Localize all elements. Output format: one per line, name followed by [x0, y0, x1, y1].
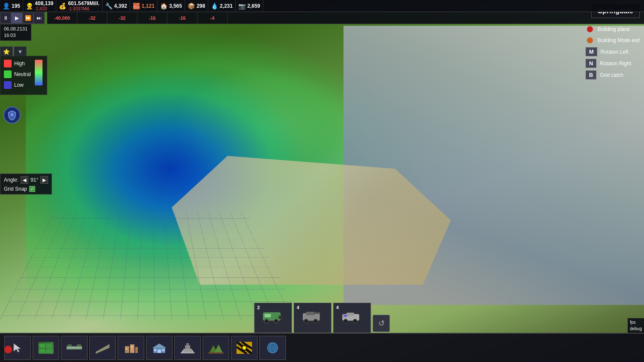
svg-rect-26 — [135, 347, 138, 353]
money-icon: 💰 — [59, 3, 66, 9]
legend-neutral: Neutral — [4, 70, 31, 78]
svg-rect-12 — [346, 313, 354, 316]
legend-neutral-color — [4, 70, 12, 78]
brick-icon: 🧱 — [133, 3, 140, 9]
money-main: 408,139 — [35, 0, 53, 6]
disaster-svg — [237, 342, 252, 354]
transport-cell-6: -4 — [197, 12, 228, 24]
monuments-svg — [180, 342, 195, 354]
treasury-main: 601.5479Mill. — [68, 0, 99, 6]
transport-val-4: -16 — [149, 15, 156, 21]
services-svg — [152, 342, 167, 354]
brick-cell: 🧱 1,121 — [130, 0, 158, 12]
funnel-filter-button[interactable]: ▼ — [14, 46, 27, 57]
svg-rect-34 — [183, 349, 192, 352]
tool-zone[interactable] — [33, 336, 59, 360]
vehicle-card-3[interactable]: 4 — [333, 303, 371, 333]
time-display: 16:03 — [4, 32, 27, 39]
play-button[interactable]: ▶ — [11, 12, 22, 24]
vehicle-1-icon — [262, 309, 284, 327]
svg-rect-21 — [67, 347, 82, 348]
svg-point-8 — [304, 319, 308, 323]
population-icon: 👤 — [3, 3, 10, 9]
cargo-val: 298 — [197, 3, 205, 9]
red-resource-val: 3,565 — [169, 3, 182, 9]
treasury-values: 601.5479Mill. -1.9337Mill. — [68, 0, 99, 11]
angle-increase-button[interactable]: ▶ — [40, 176, 48, 184]
cursor-svg — [11, 342, 24, 354]
buildings-icon — [123, 341, 139, 354]
vehicle-2-count: 4 — [297, 305, 299, 310]
tool-flat-road[interactable] — [61, 336, 88, 360]
transport-cell-5: -16 — [167, 12, 197, 24]
grid-snap-checkbox[interactable]: ✓ — [29, 186, 35, 192]
camera-cell: 📷 2,659 — [236, 0, 263, 12]
vehicle-2-svg — [302, 309, 323, 324]
vehicle-card-1[interactable]: 2 — [254, 303, 292, 333]
transport-cell-1: -40,000 — [47, 12, 77, 24]
tool-globe[interactable] — [259, 336, 286, 360]
pause-button[interactable]: ⏸ — [0, 12, 11, 24]
building-place-row: Building place — [586, 25, 640, 33]
red-dot-icon — [587, 26, 593, 32]
disaster-icon — [237, 341, 252, 354]
vehicle-1-count: 2 — [257, 305, 260, 310]
building-place-label: Building place — [598, 26, 630, 32]
legend-gradient — [35, 60, 43, 85]
tool-services[interactable] — [146, 336, 173, 360]
legend-panel: High Neutral Low — [0, 56, 47, 95]
rotation-right-row: N Rotaion Right — [586, 59, 640, 68]
rotation-left-label: Rotaion Left — [601, 49, 629, 55]
svg-rect-15 — [343, 315, 347, 317]
rotation-left-key: M — [586, 47, 597, 56]
money-cell: 👷 408,139 -2,633 — [23, 0, 56, 12]
angle-row: Angle: ◀ 91° ▶ — [4, 176, 48, 184]
tool-buildings[interactable] — [118, 336, 144, 360]
workers-icon: 👷 — [26, 3, 33, 9]
vehicle-3-icon — [341, 309, 363, 327]
flat-road-icon — [67, 341, 82, 354]
legend-low-color — [4, 81, 12, 89]
treasury-cell: 💰 601.5479Mill. -1.9337Mill. — [56, 0, 102, 12]
tools-icon: 🔧 — [105, 3, 112, 9]
legend-neutral-label: Neutral — [14, 71, 31, 77]
svg-point-3 — [264, 319, 269, 323]
slope-road-icon — [95, 341, 110, 354]
brick-val: 1,121 — [142, 3, 155, 9]
tool-nature[interactable] — [203, 336, 229, 360]
star-filter-button[interactable]: ⭐ — [0, 46, 13, 57]
grid-catch-key: B — [586, 70, 596, 79]
vehicle-card-2[interactable]: 4 — [294, 303, 331, 333]
slope-road-svg — [95, 342, 110, 354]
legend-low: Low — [4, 81, 31, 89]
stats-row: 👤 195 👷 408,139 -2,633 💰 601.5479Mill. -… — [0, 0, 644, 12]
transport-val-5: -16 — [179, 15, 186, 21]
tool-disaster[interactable] — [231, 336, 258, 360]
rotation-left-row: M Rotaion Left — [586, 47, 640, 56]
svg-rect-27 — [126, 348, 127, 350]
cursor-icon — [10, 341, 25, 354]
grid-snap-label: Grid Snap — [4, 186, 27, 192]
angle-decrease-button[interactable]: ◀ — [21, 176, 28, 184]
fastest-button[interactable]: ⏭ — [33, 12, 45, 24]
transport-row: -40,000 -32 -32 -16 -16 -4 — [47, 12, 644, 24]
flat-road-svg — [67, 342, 82, 354]
rotate-vehicle-button[interactable]: ↺ — [373, 315, 390, 332]
transport-val-3: -32 — [119, 15, 126, 21]
keybind-panel: Building place Building Mode exit M Rota… — [586, 25, 640, 82]
left-filter: ⭐ ▼ — [0, 46, 27, 57]
fast-button[interactable]: ⏩ — [22, 12, 33, 24]
zone-svg — [38, 342, 54, 354]
bottom-left-dot[interactable] — [4, 346, 12, 353]
money-sub: -2,633 — [35, 6, 53, 11]
transport-cell-3: -32 — [107, 12, 137, 24]
tool-monuments[interactable] — [174, 336, 201, 360]
tool-slope-road[interactable] — [89, 336, 116, 360]
speed-controls: ⏸ ▶ ⏩ ⏭ — [0, 12, 45, 24]
grid-catch-row: B Grid catch — [586, 70, 640, 79]
population-value: 195 — [12, 3, 20, 9]
services-icon — [152, 341, 167, 354]
monuments-icon — [180, 341, 195, 354]
building-place-dot — [586, 25, 594, 33]
svg-rect-19 — [46, 349, 52, 353]
